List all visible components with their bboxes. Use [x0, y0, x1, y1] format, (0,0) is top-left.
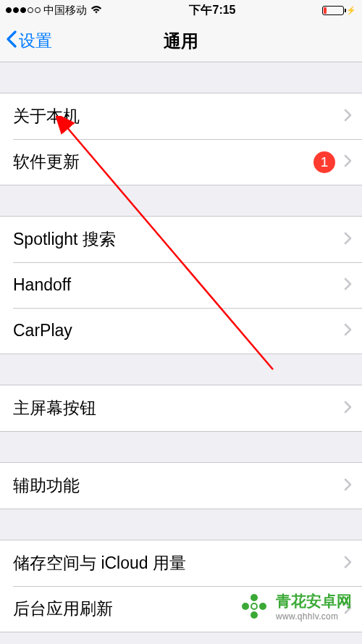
status-time: 下午7:15 [189, 3, 235, 18]
navigation-bar: 设置 通用 [0, 20, 362, 62]
svg-point-5 [251, 611, 258, 619]
svg-point-6 [251, 603, 257, 609]
group-about: 关于本机 软件更新 1 [0, 93, 362, 185]
row-carplay[interactable]: CarPlay [0, 308, 362, 354]
status-bar: 中国移动 下午7:15 ⚡ [0, 0, 362, 20]
svg-point-4 [259, 603, 266, 610]
group-spotlight: Spotlight 搜索 Handoff CarPlay [0, 216, 362, 354]
row-label: 主屏幕按钮 [13, 397, 344, 419]
wifi-icon [90, 4, 103, 17]
row-label: 辅助功能 [13, 474, 344, 497]
row-label: Spotlight 搜索 [13, 228, 344, 251]
chevron-right-icon [344, 109, 352, 125]
status-right: ⚡ [322, 6, 356, 15]
row-label: CarPlay [13, 321, 344, 340]
chevron-right-icon [344, 232, 352, 248]
row-accessibility[interactable]: 辅助功能 [0, 463, 362, 509]
back-button[interactable]: 设置 [6, 30, 52, 52]
row-about[interactable]: 关于本机 [0, 93, 362, 139]
row-label: 关于本机 [13, 105, 344, 127]
svg-point-3 [242, 603, 249, 610]
watermark-logo-icon [238, 590, 270, 622]
charging-icon: ⚡ [346, 6, 356, 15]
row-storage-icloud[interactable]: 储存空间与 iCloud 用量 [0, 540, 362, 586]
chevron-right-icon [344, 323, 352, 339]
watermark-url: www.qhhlv.com [276, 611, 352, 622]
page-title: 通用 [164, 30, 198, 53]
group-homebutton: 主屏幕按钮 [0, 385, 362, 432]
row-label: 储存空间与 iCloud 用量 [13, 552, 344, 574]
group-spacer [0, 354, 362, 385]
row-handoff[interactable]: Handoff [0, 262, 362, 308]
group-spacer [0, 432, 362, 462]
row-label: Handoff [13, 275, 344, 295]
chevron-right-icon [344, 556, 352, 572]
back-chevron-icon [6, 30, 17, 52]
signal-strength-icon [6, 7, 41, 13]
row-home-button[interactable]: 主屏幕按钮 [0, 385, 362, 431]
group-spacer [0, 509, 362, 540]
chevron-right-icon [344, 277, 352, 293]
update-badge: 1 [313, 151, 335, 173]
chevron-right-icon [344, 154, 352, 170]
row-label: 软件更新 [13, 151, 313, 173]
carrier-label: 中国移动 [43, 4, 87, 17]
watermark: 青花安卓网 www.qhhlv.com [238, 590, 352, 622]
svg-point-2 [251, 594, 258, 601]
back-label: 设置 [19, 30, 52, 52]
group-spacer [0, 62, 362, 93]
chevron-right-icon [344, 478, 352, 494]
row-spotlight[interactable]: Spotlight 搜索 [0, 217, 362, 262]
watermark-title: 青花安卓网 [276, 591, 352, 611]
status-left: 中国移动 [6, 4, 103, 17]
row-software-update[interactable]: 软件更新 1 [0, 139, 362, 185]
group-accessibility: 辅助功能 [0, 462, 362, 509]
battery-icon [322, 6, 344, 15]
chevron-right-icon [344, 401, 352, 417]
group-spacer [0, 185, 362, 216]
